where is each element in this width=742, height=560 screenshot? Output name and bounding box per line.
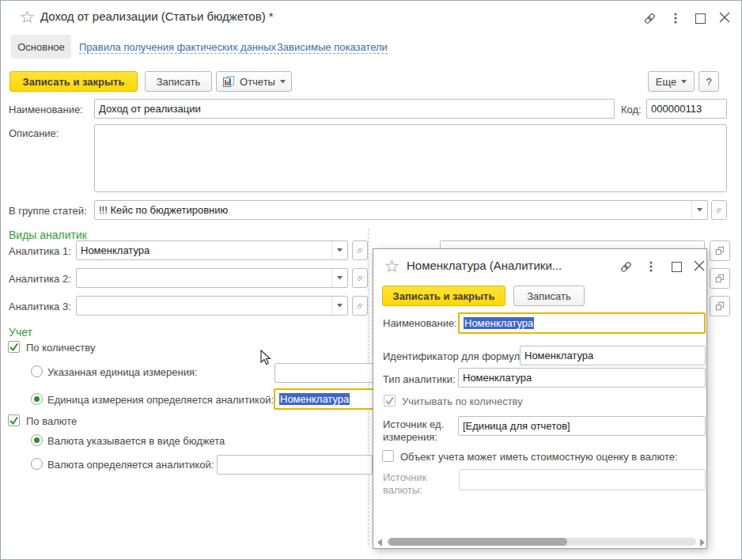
currency-in-budget-radio[interactable] [31, 434, 43, 446]
analytics-1-open-button[interactable] [352, 240, 368, 260]
dialog-currency-source-label-2: валюты: [383, 484, 422, 496]
unit-by-analytics-label: Единица измерения определяется аналитико… [47, 394, 274, 406]
reports-label: Отчеты [240, 76, 275, 88]
app-window: Доход от реализации (Статьи бюджетов) * … [0, 0, 742, 560]
dialog-unit-source-label-1: Источник ед. [383, 418, 444, 430]
unit-by-analytics-radio[interactable] [31, 393, 43, 405]
scrollbar-right-arrow[interactable] [700, 539, 705, 547]
analytics-3-field[interactable] [76, 296, 348, 316]
more-menu-icon[interactable] [674, 13, 677, 24]
code-label: Код: [621, 104, 642, 115]
tab-main[interactable]: Основное [11, 35, 71, 59]
reports-button[interactable]: Отчеты [216, 71, 292, 92]
tab-rules-link[interactable]: Правила получения фактических данных [79, 41, 276, 54]
analytics-section-header: Виды аналитик [9, 229, 87, 241]
dialog-type-value: Номенклатура [463, 372, 532, 384]
save-close-button[interactable]: Записать и закрыть [9, 71, 138, 92]
name-field[interactable]: Доход от реализации [94, 99, 615, 119]
budget-group-field[interactable]: !!! Кейс по бюджетировнию [94, 200, 708, 220]
dialog-currency-checkbox[interactable] [382, 450, 394, 462]
tab-main-label: Основное [17, 41, 65, 53]
more-button[interactable]: Еще [648, 71, 695, 92]
restore-window-button[interactable] [695, 13, 706, 24]
dialog-save-close-button[interactable]: Записать и закрыть [382, 286, 505, 306]
combo-arrow-icon[interactable] [331, 269, 347, 287]
dialog-unit-source-label-2: измерения: [383, 431, 437, 443]
scrollbar-left-arrow[interactable] [377, 539, 382, 547]
dialog-copy-link-icon[interactable] [619, 260, 633, 274]
analytics-dialog: Номенклатура (Аналитики... Записать и за… [373, 248, 707, 549]
dialog-quantity-check-label: Учитывать по количеству [402, 395, 523, 407]
budget-group-value: !!! Кейс по бюджетировнию [99, 204, 228, 216]
reports-icon [222, 75, 235, 88]
combo-arrow-icon[interactable] [331, 241, 347, 259]
copy-link-icon[interactable] [643, 12, 657, 25]
dialog-unit-source-value: [Единица для отчетов] [463, 420, 570, 432]
dialog-name-label: Наименование: [383, 317, 457, 329]
budget-group-open-button[interactable] [711, 200, 727, 220]
help-button[interactable]: ? [698, 71, 719, 92]
analytics-1-extra-open-button[interactable] [710, 240, 730, 261]
analytics-3-label: Аналитика 3: [9, 301, 71, 312]
form-column-separator [368, 229, 369, 545]
description-label: Описание: [9, 127, 59, 139]
save-button[interactable]: Записать [145, 71, 212, 92]
close-window-button[interactable] [719, 12, 730, 23]
favorite-star-icon[interactable] [21, 10, 34, 24]
budget-group-label: В группе статей: [9, 205, 87, 217]
dialog-type-field[interactable]: Номенклатура [458, 368, 706, 388]
by-quantity-checkbox[interactable] [8, 341, 20, 353]
more-label: Еще [656, 76, 676, 88]
currency-by-analytics-field[interactable] [217, 455, 373, 475]
accounting-section-header: Учет [9, 326, 32, 339]
dialog-currency-source-label-1: Источник [383, 471, 427, 483]
currency-by-analytics-label: Валюта определяется аналитикой: [47, 459, 214, 471]
dialog-name-value: Номенклатура [464, 317, 534, 329]
dialog-save-button[interactable]: Записать [513, 286, 585, 306]
dialog-identifier-field[interactable]: Номенклатура [520, 346, 706, 365]
scrollbar-thumb[interactable] [388, 538, 567, 546]
dialog-currency-source-field[interactable] [459, 469, 706, 490]
dialog-type-label: Тип аналитики: [383, 373, 456, 385]
dialog-quantity-checkbox [384, 395, 396, 407]
analytics-3-extra-open-button[interactable] [710, 296, 730, 316]
combo-arrow-icon[interactable] [331, 297, 347, 315]
analytics-2-label: Аналитика 2: [9, 273, 71, 285]
analytics-2-extra-open-button[interactable] [710, 268, 730, 289]
mouse-cursor [260, 350, 272, 366]
unit-by-analytics-value: Номенклатура [279, 393, 350, 405]
analytics-1-value: Номенклатура [81, 244, 150, 256]
by-currency-label: По валюте [26, 415, 77, 427]
analytics-2-open-button[interactable] [352, 268, 368, 288]
analytics-2-field[interactable] [76, 268, 348, 288]
description-textarea[interactable] [94, 124, 727, 192]
dialog-unit-source-field[interactable]: [Единица для отчетов] [458, 416, 706, 436]
dialog-maximize-button[interactable] [672, 262, 682, 272]
dialog-favorite-star-icon[interactable] [385, 259, 399, 273]
code-value: 000000113 [651, 103, 702, 115]
tab-dependent-link[interactable]: Зависимые показатели [277, 41, 388, 54]
currency-by-analytics-radio[interactable] [31, 458, 43, 470]
dialog-currency-check-label: Объект учета может иметь стоимостную оце… [400, 451, 678, 463]
unit-specified-radio[interactable] [31, 365, 43, 377]
unit-specified-label: Указанная единица измерения: [47, 366, 198, 378]
combo-arrow-icon[interactable] [691, 201, 707, 219]
analytics-1-field[interactable]: Номенклатура [76, 240, 348, 260]
dialog-identifier-label: Идентификатор для формул: [383, 350, 523, 362]
dialog-title: Номенклатура (Аналитики... [407, 259, 562, 272]
currency-in-budget-label: Валюта указывается в виде бюджета [47, 435, 225, 447]
by-quantity-label: По количеству [26, 342, 95, 354]
dialog-close-button[interactable] [694, 260, 705, 271]
dropdown-caret-icon [681, 80, 687, 84]
dialog-name-field[interactable]: Номенклатура [458, 312, 706, 334]
code-field[interactable]: 000000113 [646, 99, 727, 119]
analytics-1-label: Аналитика 1: [9, 245, 71, 257]
by-currency-checkbox[interactable] [8, 414, 20, 426]
name-label: Наименование: [9, 104, 83, 115]
analytics-3-open-button[interactable] [352, 296, 368, 316]
dialog-identifier-value: Номенклатура [524, 350, 593, 361]
name-value: Доход от реализации [99, 103, 201, 115]
dropdown-caret-icon [280, 80, 286, 84]
window-title: Доход от реализации (Статьи бюджетов) * [40, 9, 274, 23]
dialog-more-menu-icon[interactable] [649, 261, 653, 272]
